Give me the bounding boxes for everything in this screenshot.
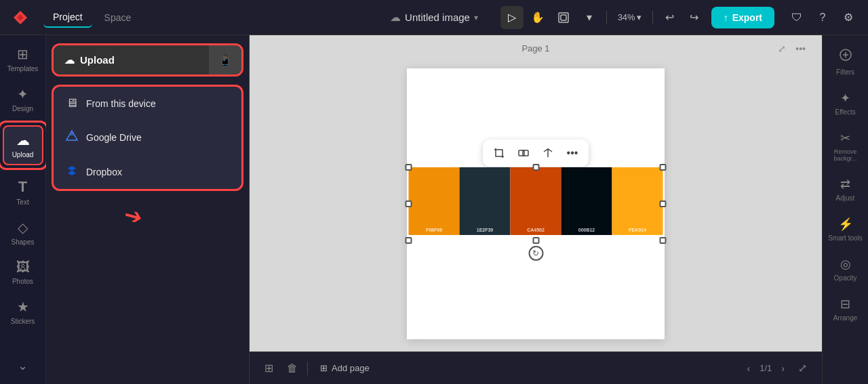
swatch-2: 1E2F39 xyxy=(460,167,511,235)
fullscreen-btn[interactable]: ⤢ xyxy=(794,358,811,379)
svg-rect-0 xyxy=(559,13,568,22)
dropbox-label: Dropbox xyxy=(86,167,122,177)
right-item-adjust[interactable]: ⇄ Adjust xyxy=(824,170,867,209)
sidebar-item-stickers[interactable]: ★ Stickers xyxy=(3,293,43,330)
zoom-chevron-icon: ▾ xyxy=(637,12,642,22)
next-page-btn[interactable]: › xyxy=(777,360,789,377)
export-icon: ↑ xyxy=(724,12,728,23)
top-bar: Project Space ☁ Untitled image ▾ ▷ ✋ ▾ 3… xyxy=(0,0,868,35)
arrange-icon: ⊟ xyxy=(840,297,850,312)
handle-bl[interactable] xyxy=(406,237,412,244)
right-item-filters[interactable]: Filters xyxy=(824,41,867,83)
export-button[interactable]: ↑ Export xyxy=(711,7,774,28)
add-page-icon: ⊞ xyxy=(320,363,328,373)
photos-icon: 🖼 xyxy=(16,259,30,275)
canvas-page: ••• ↻ xyxy=(407,68,665,339)
smart-tools-label: Smart tools xyxy=(828,234,863,242)
from-device-item[interactable]: 🖥 From this device xyxy=(54,87,241,120)
google-drive-label: Google Drive xyxy=(86,132,142,143)
from-device-label: From this device xyxy=(86,98,156,109)
right-panel: Filters ✦ Effects ✂ Remove backgr... ⇄ A… xyxy=(822,35,868,384)
handle-ml[interactable] xyxy=(406,200,412,207)
upload-panel-header: ☁ Upload 📱 xyxy=(46,35,249,85)
right-item-smart-tools[interactable]: ⚡ Smart tools xyxy=(824,210,867,249)
bottom-divider xyxy=(307,362,308,375)
sidebar-item-design[interactable]: ✦ Design xyxy=(3,81,43,118)
right-item-remove-bg[interactable]: ✂ Remove backgr... xyxy=(824,124,867,169)
opacity-label: Opacity xyxy=(834,274,857,282)
rotate-handle[interactable]: ↻ xyxy=(528,246,543,261)
filters-icon xyxy=(838,47,853,66)
swatch-4-code: 000B12 xyxy=(578,228,595,232)
upload-panel: ☁ Upload 📱 🖥 From this device Google Dri… xyxy=(46,35,250,384)
prev-page-btn[interactable]: ‹ xyxy=(743,360,755,377)
shapes-icon: ◇ xyxy=(18,219,28,236)
swatch-4: 000B12 xyxy=(561,167,612,235)
canvas-toolbar-icons: ▷ ✋ ▾ 34% ▾ ↩ ↪ xyxy=(500,6,706,29)
hand-tool-btn[interactable]: ✋ xyxy=(526,6,549,29)
zoom-level-btn[interactable]: 34% ▾ xyxy=(612,6,647,29)
sidebar-item-templates[interactable]: ⊞ Templates xyxy=(3,41,43,78)
title-chevron-icon[interactable]: ▾ xyxy=(474,13,478,22)
cloud-icon: ☁ xyxy=(390,11,401,24)
handle-tc[interactable] xyxy=(532,164,539,171)
right-item-opacity[interactable]: ◎ Opacity xyxy=(824,250,867,289)
shield-icon-btn[interactable]: 🛡 xyxy=(785,6,808,29)
google-drive-icon xyxy=(66,129,78,145)
settings-icon-btn[interactable]: ⚙ xyxy=(837,6,860,29)
help-icon-btn[interactable]: ? xyxy=(811,6,834,29)
float-toolbar: ••• xyxy=(483,140,589,167)
design-label: Design xyxy=(12,105,33,112)
more-tool-btn[interactable]: ••• xyxy=(561,142,583,164)
right-item-arrange[interactable]: ⊟ Arrange xyxy=(824,290,867,328)
effects-label: Effects xyxy=(835,108,855,116)
crop-tool-btn[interactable] xyxy=(488,142,510,164)
sidebar-item-shapes[interactable]: ◇ Shapes xyxy=(3,214,43,251)
sidebar-item-text[interactable]: T Text xyxy=(3,173,43,211)
top-right-icons: 🛡 ? ⚙ xyxy=(785,6,860,29)
upload-icon: ☁ xyxy=(16,132,30,148)
page-total: 1 xyxy=(767,363,772,373)
svg-rect-5 xyxy=(523,150,528,156)
dropbox-item[interactable]: Dropbox xyxy=(54,154,241,189)
upload-device-icon-btn[interactable]: 📱 xyxy=(209,45,241,74)
sidebar-more-btn[interactable]: ⌄ xyxy=(12,353,33,379)
add-page-button[interactable]: ⊞ Add page xyxy=(313,359,376,377)
adjust-icon: ⇄ xyxy=(840,177,850,192)
svg-rect-1 xyxy=(561,15,566,20)
frame-tool-btn[interactable] xyxy=(552,6,575,29)
page-expand-btn[interactable]: ⤢ xyxy=(775,41,789,57)
page-more-btn[interactable]: ••• xyxy=(793,41,808,57)
handle-mr[interactable] xyxy=(660,200,667,207)
space-tab[interactable]: Space xyxy=(95,7,141,28)
bottom-delete-btn[interactable]: 🗑 xyxy=(283,358,302,379)
smart-tools-icon: ⚡ xyxy=(838,217,853,232)
document-title: Untitled image xyxy=(405,12,470,23)
handle-br[interactable] xyxy=(660,237,667,244)
svg-rect-4 xyxy=(519,150,524,156)
sidebar-item-upload[interactable]: ☁ Upload xyxy=(3,125,43,165)
sidebar-item-photos[interactable]: 🖼 Photos xyxy=(3,254,43,291)
app-logo[interactable] xyxy=(8,5,33,30)
upload-main-button[interactable]: ☁ Upload xyxy=(54,45,209,74)
project-tab[interactable]: Project xyxy=(43,7,92,28)
swatch-1-code: F08F06 xyxy=(426,228,442,232)
bottom-bar: ⊞ 🗑 ⊞ Add page ‹ 1/1 › ⤢ xyxy=(250,351,822,384)
shapes-label: Shapes xyxy=(12,238,35,246)
bottom-frame-btn[interactable]: ⊞ xyxy=(260,358,277,379)
handle-tl[interactable] xyxy=(406,164,412,171)
device-icon: 📱 xyxy=(218,54,232,66)
right-item-effects[interactable]: ✦ Effects xyxy=(824,84,867,123)
undo-btn[interactable]: ↩ xyxy=(658,6,682,29)
redo-btn[interactable]: ↪ xyxy=(683,6,706,29)
handle-bc[interactable] xyxy=(532,237,539,244)
select-tool-btn[interactable]: ▷ xyxy=(500,6,524,29)
canvas-body[interactable]: Page 1 ⤢ ••• ••• xyxy=(250,35,822,351)
replace-tool-btn[interactable] xyxy=(513,142,534,164)
frame-chevron-btn[interactable]: ▾ xyxy=(578,6,601,29)
google-drive-item[interactable]: Google Drive xyxy=(54,120,241,154)
sidebar-bottom: ⌄ xyxy=(12,353,33,379)
arrange-label: Arrange xyxy=(833,314,858,322)
handle-tr[interactable] xyxy=(660,164,667,171)
flip-tool-btn[interactable] xyxy=(537,142,559,164)
